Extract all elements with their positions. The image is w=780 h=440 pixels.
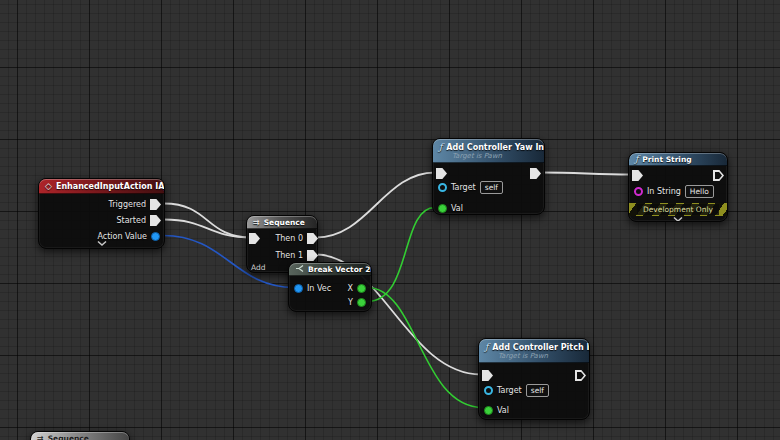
pin-label: Then 1	[275, 251, 303, 260]
wire-y-to-yaw-val[interactable]	[367, 208, 435, 302]
pin-label: Val	[451, 204, 463, 213]
pin-label: Y	[348, 298, 353, 307]
exec-input-pin[interactable]	[436, 168, 447, 179]
exec-input-pin[interactable]	[482, 370, 493, 381]
pin-row-exec-in	[632, 169, 643, 182]
node-title: EnhancedInputAction IA_Look	[56, 182, 164, 191]
node-header[interactable]: ◇ EnhancedInputAction IA_Look	[39, 179, 164, 194]
pin-label: Triggered	[109, 200, 146, 209]
node-header[interactable]: ƒ Add Controller Yaw Input Target is Paw…	[433, 139, 544, 163]
node-print-string[interactable]: ƒ Print String In String Hello Developme…	[628, 152, 728, 222]
function-icon: ƒ	[439, 143, 442, 152]
node-break-vector-2d[interactable]: Break Vector 2D In Vec X Y	[288, 262, 372, 312]
pin-row-exec-in	[436, 167, 447, 180]
function-icon: ƒ	[635, 155, 638, 164]
pin-row-then1: Then 1	[275, 249, 318, 262]
exec-output-pin-then1[interactable]	[307, 250, 318, 261]
node-header[interactable]: ⇉ Sequence	[247, 216, 317, 229]
break-struct-icon	[295, 264, 304, 275]
string-input-pin-in-string[interactable]	[634, 187, 643, 196]
exec-input-pin[interactable]	[632, 170, 643, 181]
sequence-icon: ⇉	[37, 434, 44, 440]
node-header[interactable]: Break Vector 2D	[289, 263, 371, 276]
wire-yaw-to-print-exec[interactable]	[542, 173, 631, 175]
node-subtitle: Target is Pawn	[452, 152, 502, 160]
wire-then0-to-yaw-exec[interactable]	[316, 173, 435, 238]
exec-output-pin-then0[interactable]	[307, 233, 318, 244]
pin-label: Target	[451, 183, 476, 192]
sequence-icon: ⇉	[253, 218, 260, 227]
pin-row-exec-in	[482, 369, 493, 382]
node-subtitle: Target is Pawn	[498, 352, 548, 360]
collapse-chevron-icon[interactable]	[39, 240, 164, 247]
node-header[interactable]: ƒ Print String	[629, 153, 727, 166]
pin-row-triggered: Triggered	[109, 198, 161, 211]
wire-started-to-sequence[interactable]	[164, 220, 252, 238]
pin-row-exec-out	[713, 169, 724, 182]
pin-row-started: Started	[116, 214, 161, 227]
vector2d-input-pin-in-vec[interactable]	[294, 284, 303, 293]
pin-label: Then 0	[275, 234, 303, 243]
node-title: Break Vector 2D	[308, 265, 371, 274]
pin-row-in-vec: In Vec	[294, 282, 331, 295]
object-input-pin-target[interactable]	[438, 183, 447, 192]
pin-label: Val	[497, 406, 509, 415]
node-title: Print String	[642, 155, 691, 164]
exec-input-pin[interactable]	[249, 233, 260, 244]
float-output-pin-y[interactable]	[357, 298, 366, 307]
pin-row-exec-out	[575, 369, 586, 382]
pin-row-exec-in	[249, 232, 260, 245]
node-add-controller-yaw-input[interactable]: ƒ Add Controller Yaw Input Target is Paw…	[432, 138, 545, 215]
pin-row-x: X	[348, 282, 366, 295]
in-string-value-field[interactable]: Hello	[685, 185, 714, 198]
exec-output-pin[interactable]	[530, 168, 541, 179]
pin-row-val: Val	[438, 202, 463, 215]
pin-row-then0: Then 0	[275, 232, 318, 245]
target-value-field[interactable]: self	[526, 384, 549, 397]
node-title: Add Controller Yaw Input	[446, 143, 544, 152]
object-input-pin-target[interactable]	[484, 386, 493, 395]
node-title: Sequence	[48, 434, 89, 440]
exec-output-pin-triggered[interactable]	[150, 199, 161, 210]
float-input-pin-val[interactable]	[438, 204, 447, 213]
pin-label: In String	[647, 187, 681, 196]
input-action-diamond-icon: ◇	[45, 182, 52, 191]
node-title: Add Controller Pitch Input	[492, 343, 589, 352]
target-value-field[interactable]: self	[480, 181, 503, 194]
pin-row-in-string: In String Hello	[634, 185, 714, 198]
pin-label: X	[348, 284, 353, 293]
exec-output-pin[interactable]	[713, 170, 724, 181]
function-icon: ƒ	[485, 343, 488, 352]
blueprint-graph-canvas[interactable]: ◇ EnhancedInputAction IA_Look Triggered …	[0, 0, 780, 440]
node-add-controller-pitch-input[interactable]: ƒ Add Controller Pitch Input Target is P…	[478, 338, 590, 420]
pin-row-exec-out	[530, 167, 541, 180]
node-enhanced-input-action[interactable]: ◇ EnhancedInputAction IA_Look Triggered …	[38, 178, 165, 249]
banner-label: Development Only	[637, 204, 719, 215]
pin-label: In Vec	[307, 284, 331, 293]
pin-row-val: Val	[484, 404, 509, 417]
collapse-chevron-icon[interactable]	[629, 216, 727, 222]
node-title: Sequence	[264, 218, 305, 227]
pin-label: Started	[116, 216, 146, 225]
add-pin-button[interactable]: Add	[251, 263, 266, 272]
pin-row-target: Target self	[484, 384, 549, 397]
float-input-pin-val[interactable]	[484, 406, 493, 415]
pin-label: Target	[497, 386, 522, 395]
node-sequence-bottom[interactable]: ⇉ Sequence	[30, 431, 130, 440]
node-header[interactable]: ⇉ Sequence	[31, 432, 129, 440]
pin-row-y: Y	[348, 296, 366, 309]
development-only-banner: Development Only	[629, 203, 727, 216]
exec-output-pin-started[interactable]	[150, 215, 161, 226]
exec-output-pin[interactable]	[575, 370, 586, 381]
float-output-pin-x[interactable]	[357, 284, 366, 293]
pin-row-target: Target self	[438, 181, 503, 194]
node-header[interactable]: ƒ Add Controller Pitch Input Target is P…	[479, 339, 589, 363]
